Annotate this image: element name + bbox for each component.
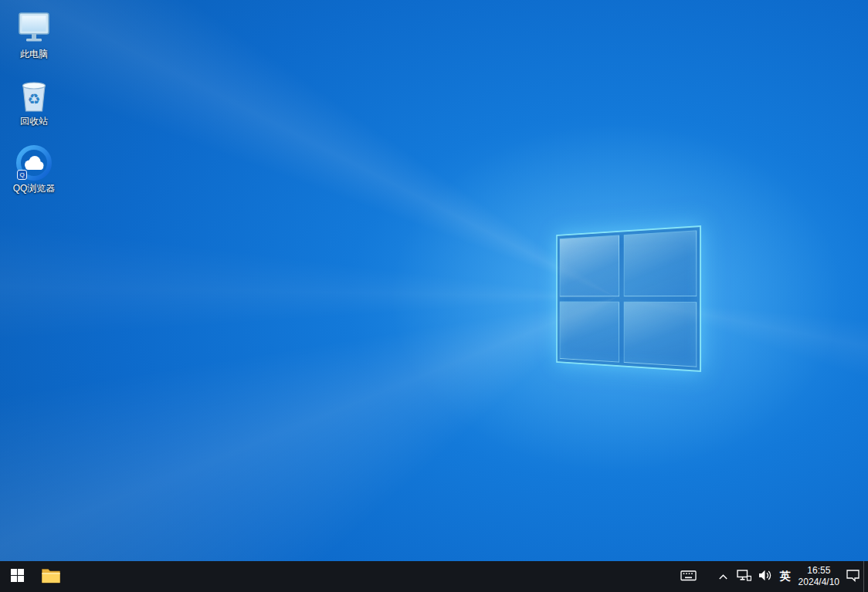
windows-desktop-screen: 此电脑 ♻ 回收站 xyxy=(0,0,868,592)
clock[interactable]: 16:55 2024/4/10 xyxy=(795,561,843,592)
recycle-bin-icon: ♻ xyxy=(15,77,53,114)
qq-browser-badge-icon: Q xyxy=(17,170,27,180)
touch-keyboard-button[interactable] xyxy=(677,561,700,592)
show-desktop-button[interactable] xyxy=(863,561,868,592)
windows-logo-pane xyxy=(560,301,619,362)
ime-indicator[interactable]: 英 xyxy=(775,561,795,592)
windows-logo-pane xyxy=(623,230,697,296)
chevron-up-icon xyxy=(718,571,728,583)
start-button[interactable] xyxy=(0,561,34,592)
system-tray: 英 16:55 2024/4/10 xyxy=(677,561,868,592)
hidden-icons-button[interactable] xyxy=(714,561,734,592)
network-ethernet-icon xyxy=(737,569,751,584)
windows-start-icon xyxy=(11,569,24,584)
windows-logo-wallpaper xyxy=(556,225,701,372)
clock-time: 16:55 xyxy=(807,565,830,577)
action-center-button[interactable] xyxy=(843,561,863,592)
wallpaper-logo-glow xyxy=(0,0,868,561)
this-pc-icon xyxy=(15,10,53,47)
clock-date: 2024/4/10 xyxy=(798,577,839,588)
desktop-wallpaper: 此电脑 ♻ 回收站 xyxy=(0,0,868,561)
file-explorer-icon xyxy=(41,567,61,587)
desktop-icon-this-pc[interactable]: 此电脑 xyxy=(5,6,63,63)
desktop-icon-label: QQ浏览器 xyxy=(13,183,56,194)
qq-browser-icon: Q xyxy=(15,144,53,181)
action-center-icon xyxy=(846,569,860,584)
windows-logo-pane xyxy=(560,235,619,296)
file-explorer-button[interactable] xyxy=(34,561,68,592)
desktop-icon-column: 此电脑 ♻ 回收站 xyxy=(5,6,63,208)
desktop-icon-recycle-bin[interactable]: ♻ 回收站 xyxy=(5,73,63,130)
network-button[interactable] xyxy=(734,561,754,592)
windows-logo-pane xyxy=(623,301,697,367)
taskbar: 英 16:55 2024/4/10 xyxy=(0,561,868,592)
touch-keyboard-icon xyxy=(680,569,697,584)
volume-button[interactable] xyxy=(754,561,775,592)
desktop-icon-label: 此电脑 xyxy=(20,49,48,59)
svg-text:♻: ♻ xyxy=(27,91,40,107)
desktop-icon-label: 回收站 xyxy=(20,116,48,127)
desktop-icon-qq-browser[interactable]: Q QQ浏览器 xyxy=(5,140,63,198)
speaker-icon xyxy=(758,569,772,584)
